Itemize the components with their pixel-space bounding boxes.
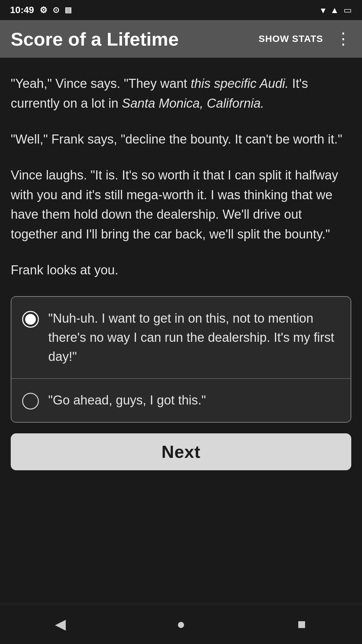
- radio-button-1[interactable]: [22, 311, 39, 328]
- status-icons: ▾ ▲ ▭: [321, 5, 352, 16]
- app-bar: Score of a Lifetime SHOW STATS ⋮: [0, 20, 362, 58]
- story-paragraph-1: "Yeah," Vince says. "They want this spec…: [11, 74, 351, 113]
- story-paragraph-4: Frank looks at you.: [11, 260, 351, 280]
- back-button[interactable]: ◀: [47, 611, 74, 638]
- sim-icon: ▤: [65, 6, 72, 14]
- status-bar: 10:49 ⚙ ⊙ ▤ ▾ ▲ ▭: [0, 0, 362, 20]
- more-options-icon[interactable]: ⋮: [335, 31, 351, 47]
- show-stats-button[interactable]: SHOW STATS: [258, 34, 323, 44]
- choice-text-2: "Go ahead, guys, I got this.": [48, 391, 340, 410]
- recent-button[interactable]: ■: [288, 611, 315, 638]
- status-time: 10:49 ⚙ ⊙ ▤: [10, 5, 72, 15]
- choice-text-1: "Nuh-uh. I want to get in on this, not t…: [48, 309, 340, 366]
- app-title: Score of a Lifetime: [11, 28, 179, 50]
- story-paragraph-3: Vince laughs. "It is. It's so worth it t…: [11, 165, 351, 245]
- radio-button-2[interactable]: [22, 393, 39, 410]
- next-button[interactable]: Next: [11, 433, 351, 470]
- settings-icon: ⚙: [40, 5, 47, 15]
- home-button[interactable]: ●: [168, 611, 194, 638]
- story-paragraph-2: "Well," Frank says, "decline the bounty.…: [11, 129, 351, 149]
- choice-option-2[interactable]: "Go ahead, guys, I got this.": [11, 379, 351, 422]
- choice-option-1[interactable]: "Nuh-uh. I want to get in on this, not t…: [11, 297, 351, 379]
- choices-container: "Nuh-uh. I want to get in on this, not t…: [11, 296, 351, 423]
- nav-bar: ◀ ● ■: [0, 604, 362, 644]
- battery-icon: ▭: [344, 5, 352, 15]
- signal-icon: ▲: [330, 5, 339, 15]
- wifi-icon: ▾: [321, 5, 325, 16]
- time-display: 10:49: [10, 5, 34, 15]
- location-icon: ⊙: [53, 5, 59, 15]
- app-bar-actions: SHOW STATS ⋮: [258, 31, 351, 47]
- main-content: "Yeah," Vince says. "They want this spec…: [0, 58, 362, 604]
